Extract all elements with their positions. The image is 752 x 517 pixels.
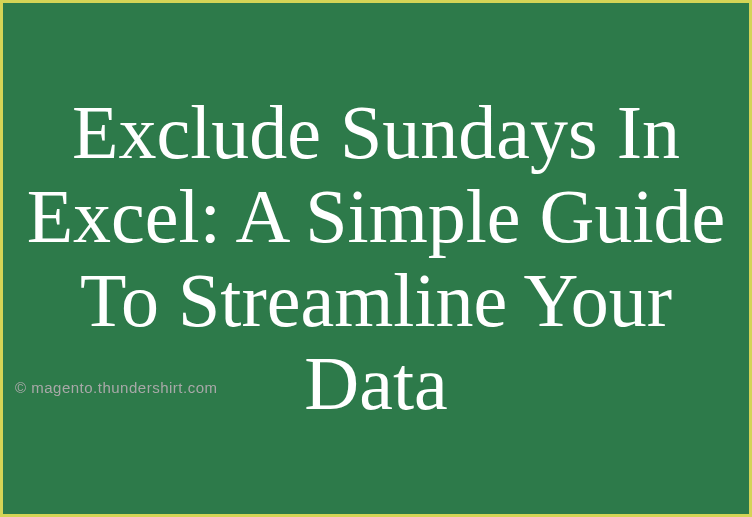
banner-container: Exclude Sundays In Excel: A Simple Guide…: [0, 0, 752, 517]
watermark-text: © magento.thundershirt.com: [15, 379, 217, 396]
